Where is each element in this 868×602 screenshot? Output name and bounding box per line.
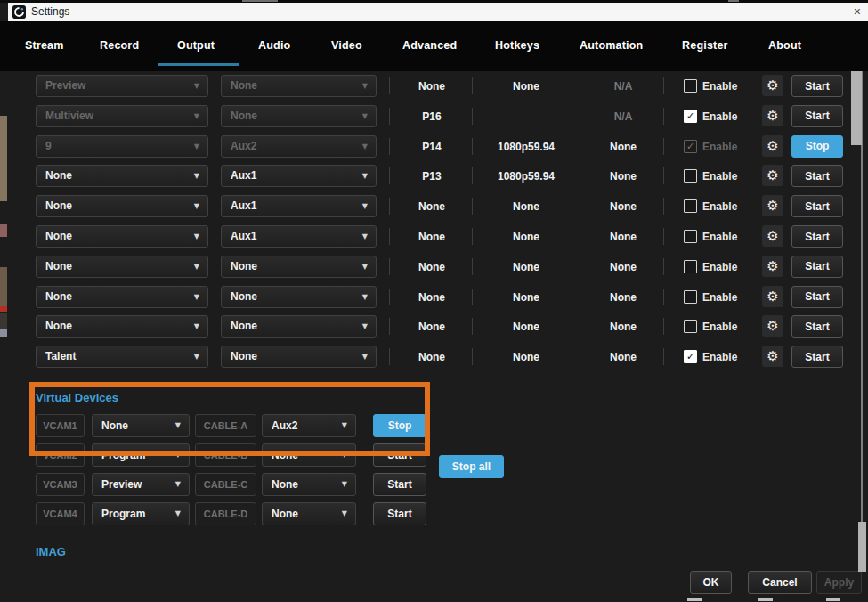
vcam-output-dropdown[interactable]: None ▼ <box>262 502 356 525</box>
column-divider <box>389 318 390 335</box>
column-divider <box>663 318 664 335</box>
output-source-dropdown[interactable]: Talent ▼ <box>36 346 208 368</box>
output-destination-dropdown[interactable]: Aux2 ▼ <box>221 135 377 158</box>
enable-checkbox[interactable]: ✓ <box>684 169 697 183</box>
output-destination-dropdown[interactable]: None ▼ <box>221 256 377 278</box>
scrollbar-thumb-list[interactable] <box>851 71 862 145</box>
enable-checkbox[interactable]: ✓ <box>684 350 697 363</box>
tab-record[interactable]: Record <box>100 39 139 52</box>
vcam-source-dropdown[interactable]: Program ▼ <box>92 443 190 467</box>
vcam-start-stop-button[interactable]: Start <box>373 443 426 467</box>
output-port-value: P13 <box>392 170 472 183</box>
chevron-down-icon: ▼ <box>362 166 368 186</box>
output-destination-dropdown[interactable]: None ▼ <box>221 346 377 368</box>
tab-audio[interactable]: Audio <box>258 39 290 52</box>
gear-icon[interactable]: ⚙ <box>762 165 783 186</box>
column-divider <box>580 108 580 125</box>
gear-icon[interactable]: ⚙ <box>762 315 783 337</box>
start-stop-button[interactable]: Start <box>791 256 843 278</box>
gear-icon[interactable]: ⚙ <box>762 135 783 157</box>
column-divider <box>389 138 390 155</box>
output-source-dropdown[interactable]: None ▼ <box>36 286 208 308</box>
output-destination-dropdown[interactable]: None ▼ <box>221 315 377 338</box>
dropdown-selected-value: Preview <box>45 76 85 96</box>
output-source-dropdown[interactable]: None ▼ <box>36 165 208 187</box>
start-stop-button[interactable]: Start <box>791 195 843 217</box>
output-source-dropdown[interactable]: None ▼ <box>36 315 208 338</box>
tab-output[interactable]: Output <box>177 39 215 52</box>
start-stop-button[interactable]: Start <box>791 346 843 368</box>
vcam-start-stop-button[interactable]: Start <box>373 502 426 525</box>
enable-checkbox[interactable]: ✓ <box>684 260 697 273</box>
dropdown-selected-value: None <box>231 256 257 277</box>
start-stop-button[interactable]: Start <box>791 225 843 248</box>
close-icon[interactable]: × <box>854 4 861 20</box>
column-divider <box>742 228 742 245</box>
tab-about[interactable]: About <box>768 39 801 52</box>
enable-checkbox[interactable]: ✓ <box>684 140 697 153</box>
gear-icon[interactable]: ⚙ <box>762 105 783 126</box>
start-stop-button[interactable]: Start <box>791 75 843 97</box>
start-stop-button[interactable]: Stop <box>791 135 843 158</box>
output-destination-dropdown[interactable]: Aux1 ▼ <box>221 165 377 187</box>
enable-checkbox[interactable]: ✓ <box>684 320 697 333</box>
scrollbar-thumb-page[interactable] <box>858 522 866 572</box>
output-source-dropdown[interactable]: None ▼ <box>36 195 208 217</box>
start-stop-button[interactable]: Start <box>791 165 843 187</box>
enable-checkbox[interactable]: ✓ <box>684 110 697 123</box>
gear-icon[interactable]: ⚙ <box>762 286 783 307</box>
vcam-source-dropdown[interactable]: None ▼ <box>92 414 190 437</box>
start-stop-button[interactable]: Start <box>791 315 843 338</box>
start-stop-button[interactable]: Start <box>791 105 843 127</box>
gear-icon[interactable]: ⚙ <box>762 75 783 96</box>
cancel-button[interactable]: Cancel <box>748 571 812 594</box>
output-destination-dropdown[interactable]: None ▼ <box>221 75 377 97</box>
vcam-output-dropdown[interactable]: None ▼ <box>262 473 356 496</box>
enable-checkbox[interactable]: ✓ <box>684 79 697 93</box>
apply-button[interactable]: Apply <box>816 571 862 594</box>
tab-video[interactable]: Video <box>331 39 362 52</box>
dropdown-selected-value: Aux2 <box>231 136 256 157</box>
chevron-down-icon: ▼ <box>194 316 199 337</box>
output-destination-dropdown[interactable]: Aux1 ▼ <box>221 225 377 248</box>
scrollbar-track[interactable] <box>861 71 863 572</box>
chevron-down-icon: ▼ <box>194 166 199 186</box>
ok-button[interactable]: OK <box>690 571 732 594</box>
output-source-dropdown[interactable]: None ▼ <box>36 225 208 248</box>
gear-icon[interactable]: ⚙ <box>762 346 783 367</box>
dropdown-selected-value: None <box>45 256 72 277</box>
dropdown-selected-value: Program <box>101 503 145 525</box>
vcam-output-dropdown[interactable]: Aux2 ▼ <box>262 414 356 437</box>
column-divider <box>742 167 742 184</box>
tab-advanced[interactable]: Advanced <box>402 39 457 52</box>
column-divider <box>742 289 742 305</box>
vcam-source-dropdown[interactable]: Preview ▼ <box>92 473 190 496</box>
vcam-start-stop-button[interactable]: Stop <box>373 414 426 437</box>
gear-icon[interactable]: ⚙ <box>762 195 783 216</box>
vcam-source-dropdown[interactable]: Program ▼ <box>92 502 190 525</box>
gear-icon[interactable]: ⚙ <box>762 225 783 247</box>
background-window-fragment <box>826 598 840 601</box>
tab-bar: Stream Record Output Audio Video Advance… <box>0 21 868 71</box>
output-destination-dropdown[interactable]: Aux1 ▼ <box>221 195 377 217</box>
vcam-start-stop-button[interactable]: Start <box>373 473 426 496</box>
tab-register[interactable]: Register <box>682 39 728 52</box>
tab-stream[interactable]: Stream <box>25 39 64 52</box>
enable-checkbox[interactable]: ✓ <box>684 230 697 243</box>
tab-automation[interactable]: Automation <box>580 39 643 52</box>
output-source-dropdown[interactable]: Multiview ▼ <box>36 105 208 127</box>
vcam-output-dropdown[interactable]: None ▼ <box>262 443 356 467</box>
gear-icon[interactable]: ⚙ <box>762 256 783 277</box>
output-destination-dropdown[interactable]: None ▼ <box>221 105 377 127</box>
enable-checkbox[interactable]: ✓ <box>684 199 697 213</box>
start-stop-button[interactable]: Start <box>791 286 843 308</box>
output-source-dropdown[interactable]: Preview ▼ <box>36 75 208 97</box>
output-source-dropdown[interactable]: None ▼ <box>36 256 208 278</box>
background-window-fragment <box>758 598 773 601</box>
enable-checkbox[interactable]: ✓ <box>684 290 697 304</box>
stop-all-button[interactable]: Stop all <box>439 455 504 478</box>
chevron-down-icon: ▼ <box>175 444 181 466</box>
output-destination-dropdown[interactable]: None ▼ <box>221 286 377 308</box>
tab-hotkeys[interactable]: Hotkeys <box>495 39 539 52</box>
output-source-dropdown[interactable]: 9 ▼ <box>36 135 208 158</box>
